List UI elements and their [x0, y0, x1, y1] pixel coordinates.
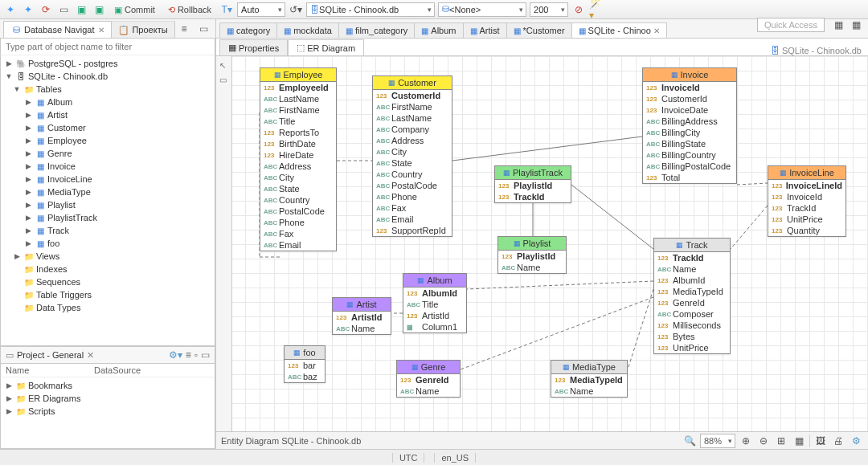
app-statusbar: UTC en_US — [0, 449, 868, 465]
editor-tab-mockdata[interactable]: ▦mockdata — [276, 22, 339, 38]
tree-item-indexes[interactable]: 📁Indexes — [1, 263, 215, 275]
grid-icon[interactable]: ▦ — [792, 434, 806, 448]
datasource-combo[interactable]: 🗄 SQLite - Chinook.db — [306, 2, 435, 17]
close-icon[interactable]: ✕ — [87, 350, 94, 361]
add-icon[interactable]: ▫ — [194, 349, 198, 361]
tree-item-postgresql-postgres[interactable]: ▶🐘PostgreSQL - postgres — [1, 57, 215, 70]
tree-item-playlist[interactable]: ▶▦Playlist — [1, 198, 215, 211]
minimize-icon[interactable]: ▭ — [201, 349, 210, 361]
editor-tab-artist[interactable]: ▦Artist — [463, 22, 507, 38]
print-icon[interactable]: 🖨 — [831, 434, 845, 448]
new-script-icon[interactable]: ✦ — [21, 2, 35, 17]
tree-item-sequences[interactable]: 📁Sequences — [1, 275, 215, 288]
editor-tab--customer[interactable]: ▦*Customer — [506, 22, 572, 38]
row-limit-input[interactable]: 200 — [530, 2, 568, 17]
commit-button[interactable]: ▣Commit — [109, 2, 160, 17]
close-icon[interactable]: ✕ — [653, 27, 660, 35]
wand-icon[interactable]: 🪄▾ — [589, 2, 604, 17]
er-diagram-canvas[interactable]: ↖ ▭ ▦Employee123EmployeeIdABCLastNameABC… — [216, 56, 868, 431]
zoom-in-icon[interactable]: ⊕ — [739, 434, 753, 448]
entity-foo[interactable]: ▦foo123barABCbaz — [284, 345, 326, 383]
project-title: Project - General — [17, 350, 84, 360]
entity-invoiceline[interactable]: ▦InvoiceLine123InvoiceLineId123InvoiceId… — [768, 165, 846, 237]
txn-icon[interactable]: T▾ — [219, 2, 234, 17]
new-sql-icon[interactable]: ✦ — [3, 2, 18, 17]
sub-tabs: ▦Properties ⬚ER Diagram 🗄SQLite - Chinoo… — [216, 39, 868, 56]
tree-item-customer[interactable]: ▶▦Customer — [1, 121, 215, 134]
tree-item-album[interactable]: ▶▦Album — [1, 96, 215, 108]
schema-combo[interactable]: ⛁ <None> — [438, 2, 526, 17]
zoom-combo[interactable]: 88% — [700, 434, 735, 448]
entity-playlisttrack[interactable]: ▦PlaylistTrack123PlaylistId123TrackId — [494, 165, 571, 203]
perspective-icon[interactable]: ▦ — [831, 18, 845, 32]
search-icon[interactable]: 🔍 — [682, 434, 697, 448]
quick-access-input[interactable]: Quick Access — [757, 18, 825, 32]
entity-artist[interactable]: ▦Artist123ArtistIdABCName — [332, 297, 391, 335]
entity-track[interactable]: ▦Track123TrackIdABCName123AlbumId123Medi… — [653, 238, 731, 354]
editor-tab-film_category[interactable]: ▦film_category — [338, 22, 415, 38]
diagram-palette: ↖ ▭ — [216, 56, 232, 431]
refresh-icon[interactable]: ⟳ — [39, 2, 53, 17]
navigator-filter-input[interactable] — [1, 39, 215, 55]
minimize-view-icon[interactable]: ▭ — [196, 22, 211, 36]
entity-customer[interactable]: ▦Customer123CustomerIdABCFirstNameABCLas… — [372, 75, 452, 237]
open-icon[interactable]: ▭ — [56, 2, 71, 17]
tree-item-sqlite-chinook-db[interactable]: ▼🗄SQLite - Chinook.db — [1, 70, 215, 83]
status-timezone: UTC — [392, 453, 425, 463]
tree-item-artist[interactable]: ▶▦Artist — [1, 108, 215, 121]
tree-item-playlisttrack[interactable]: ▶▦PlaylistTrack — [1, 211, 215, 224]
editor-tab-album[interactable]: ▦Album — [414, 22, 463, 38]
tree-item-employee[interactable]: ▶▦Employee — [1, 134, 215, 147]
diagram-statusbar: Entity Diagram SQLite - Chinook.db 🔍 88%… — [216, 431, 868, 449]
entity-playlist[interactable]: ▦Playlist123PlaylistIdABCName — [497, 236, 567, 274]
tree-item-invoiceline[interactable]: ▶▦InvoiceLine — [1, 173, 215, 186]
project-pane-header: ▭ Project - General ✕ ⚙▾ ≡ ▫ ▭ — [0, 346, 215, 364]
tree-item-views[interactable]: ▶📁Views — [1, 250, 215, 263]
link-editor-icon[interactable]: ≡ — [177, 22, 191, 36]
note-icon[interactable]: ▭ — [219, 75, 229, 85]
tree-item-tables[interactable]: ▼📁Tables — [1, 83, 215, 96]
close-icon[interactable]: ✕ — [98, 26, 104, 35]
layout-icon[interactable]: ⊞ — [774, 434, 788, 448]
disconnect-icon[interactable]: ⊘ — [571, 2, 586, 17]
project-item-bookmarks[interactable]: ▶📁Bookmarks — [1, 379, 215, 392]
entity-genre[interactable]: ▦Genre123GenreIdABCName — [396, 360, 461, 398]
project-item-er-diagrams[interactable]: ▶📁ER Diagrams — [1, 392, 215, 405]
db-add-icon[interactable]: ▣ — [74, 2, 88, 17]
tree-item-data-types[interactable]: 📁Data Types — [1, 301, 215, 314]
transaction-mode-combo[interactable]: Auto — [237, 2, 285, 17]
project-col-datasource: DataSource — [94, 365, 141, 375]
entity-invoice[interactable]: ▦Invoice123InvoiceId123CustomerId123Invo… — [642, 67, 737, 184]
tree-item-mediatype[interactable]: ▶▦MediaType — [1, 186, 215, 198]
breadcrumb: 🗄SQLite - Chinook.db — [764, 46, 868, 55]
subtab-er-diagram[interactable]: ⬚ER Diagram — [288, 39, 364, 55]
diagram-title: Entity Diagram SQLite - Chinook.db — [221, 436, 361, 446]
editor-tab-sqlite-chinoo[interactable]: ▦SQLite - Chinoo✕ — [571, 22, 667, 38]
subtab-properties[interactable]: ▦Properties — [219, 39, 288, 55]
tree-item-table-triggers[interactable]: 📁Table Triggers — [1, 288, 215, 301]
tree-item-track[interactable]: ▶▦Track — [1, 224, 215, 237]
entity-album[interactable]: ▦Album123AlbumIdABCTitle123ArtistId▦Colu… — [403, 273, 467, 333]
tab-projects[interactable]: 📋Проекты — [111, 21, 174, 38]
navigator-tabs: ⛁Database Navigat✕ 📋Проекты ≡ ▭ — [0, 19, 215, 39]
entity-mediatype[interactable]: ▦MediaType123MediaTypeIdABCName — [551, 360, 628, 398]
tree-item-genre[interactable]: ▶▦Genre — [1, 147, 215, 160]
gear-icon[interactable]: ⚙▾ — [169, 349, 182, 361]
tree-item-foo[interactable]: ▶▦foo — [1, 237, 215, 250]
status-locale: en_US — [434, 453, 476, 463]
pointer-icon[interactable]: ↖ — [219, 61, 229, 71]
zoom-out-icon[interactable]: ⊖ — [756, 434, 771, 448]
rollback-button[interactable]: ⟲Rollback — [163, 2, 216, 17]
navigator-body: ▶🐘PostgreSQL - postgres▼🗄SQLite - Chinoo… — [0, 39, 215, 346]
history-icon[interactable]: ↺▾ — [289, 2, 303, 17]
export-icon[interactable]: 🖼 — [813, 434, 828, 448]
view-list-icon[interactable]: ≡ — [186, 349, 191, 361]
db-connect-icon[interactable]: ▣ — [92, 2, 106, 17]
settings-icon[interactable]: ⚙ — [849, 434, 863, 448]
perspective-open-icon[interactable]: ▦ — [849, 18, 863, 32]
project-item-scripts[interactable]: ▶📁Scripts — [1, 405, 215, 418]
tree-item-invoice[interactable]: ▶▦Invoice — [1, 160, 215, 173]
tab-database-navigator[interactable]: ⛁Database Navigat✕ — [3, 21, 112, 38]
editor-tab-category[interactable]: ▦category — [219, 22, 277, 38]
entity-employee[interactable]: ▦Employee123EmployeeIdABCLastNameABCFirs… — [260, 67, 337, 251]
